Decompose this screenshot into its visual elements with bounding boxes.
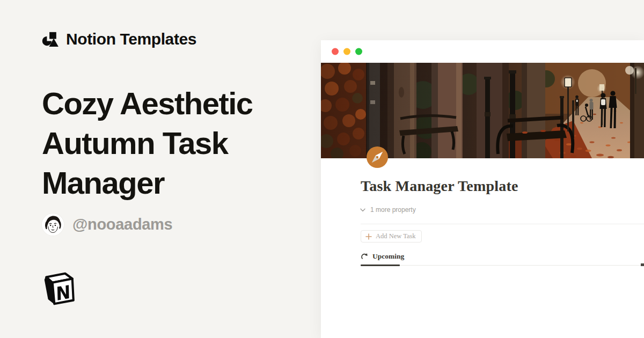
notion-logo	[41, 269, 75, 307]
author-handle: @nooaadams	[72, 216, 172, 233]
window-controls	[332, 48, 362, 55]
chevron-down-icon	[360, 208, 365, 212]
plus-icon	[365, 233, 372, 240]
cover-image	[321, 63, 644, 158]
author-link[interactable]: @nooaadams	[42, 214, 172, 236]
edge-tab-fragment	[641, 263, 644, 266]
brand-name: Notion Templates	[66, 30, 196, 48]
tab-upcoming-label: Upcoming	[372, 252, 404, 261]
more-properties-toggle[interactable]: 1 more property	[360, 206, 416, 214]
person-avatar	[42, 214, 64, 236]
recurring-arrow-icon	[361, 253, 368, 260]
more-properties-label: 1 more property	[370, 206, 416, 214]
tab-bar-baseline	[361, 265, 644, 266]
brand[interactable]: Notion Templates	[42, 30, 196, 48]
tab-upcoming[interactable]: Upcoming	[361, 252, 404, 266]
page-title: Task Manager Template	[361, 178, 518, 195]
active-tab-underline	[361, 264, 400, 266]
zoom-button[interactable]	[355, 48, 362, 55]
add-new-task-button[interactable]: Add New Task	[361, 230, 422, 243]
notion-window: Task Manager Template 1 more property Ad…	[321, 40, 644, 338]
content-divider	[361, 224, 644, 224]
minimize-button[interactable]	[343, 48, 350, 55]
close-button[interactable]	[332, 48, 339, 55]
shapes-logo-icon	[42, 30, 59, 48]
window-titlebar	[321, 40, 644, 63]
compass-page-icon[interactable]	[367, 146, 388, 168]
add-new-task-label: Add New Task	[376, 232, 416, 240]
template-title: Cozy Aesthetic Autumn Task Manager	[42, 84, 299, 203]
